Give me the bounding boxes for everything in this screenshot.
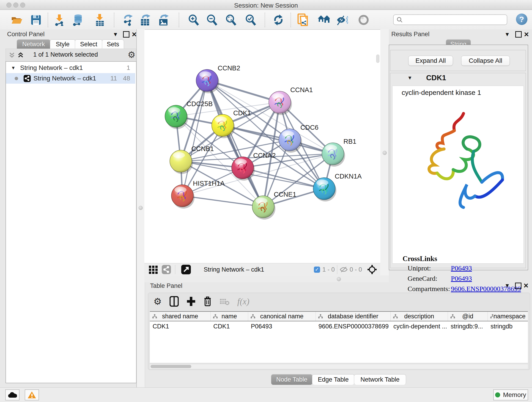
string-network-icon bbox=[24, 75, 31, 82]
collapse-all-button[interactable]: Collapse All bbox=[461, 56, 510, 66]
column-header[interactable]: canonical name bbox=[248, 312, 316, 321]
node-label: CCNA2 bbox=[253, 152, 276, 159]
search-input[interactable] bbox=[393, 14, 507, 25]
table-row[interactable]: CDK1CDK1P064939606.ENSP00000378699cyclin… bbox=[150, 321, 528, 332]
column-header[interactable]: database identifier bbox=[316, 312, 391, 321]
cloud-button[interactable] bbox=[5, 389, 19, 400]
tab-network-table[interactable]: Network Table bbox=[354, 374, 406, 385]
export-image-icon[interactable] bbox=[158, 14, 170, 26]
collapse-panel-icon[interactable]: ▼ bbox=[113, 31, 118, 38]
table-cell[interactable]: P06493 bbox=[248, 323, 316, 330]
collapse-panel-icon[interactable]: ▼ bbox=[505, 31, 510, 38]
open-session-icon[interactable] bbox=[11, 14, 23, 26]
column-header[interactable]: shared name bbox=[150, 312, 210, 321]
column-header[interactable]: @id bbox=[448, 312, 488, 321]
collapse-all-networks-icon[interactable] bbox=[9, 51, 15, 58]
node-label: CDKN1A bbox=[335, 172, 362, 180]
expand-all-networks-icon[interactable] bbox=[18, 51, 24, 58]
import-network-icon[interactable] bbox=[54, 14, 65, 26]
float-panel-icon[interactable] bbox=[515, 31, 522, 38]
collapse-panel-icon[interactable]: ▼ bbox=[505, 282, 510, 289]
birdseye-grid-icon[interactable] bbox=[148, 265, 158, 274]
homes-icon[interactable] bbox=[318, 14, 330, 26]
table-cell[interactable]: stringdb:9... bbox=[448, 323, 488, 330]
network-node-ccne1[interactable]: CCNE1 bbox=[252, 191, 296, 220]
splitter-handle-icon[interactable] bbox=[337, 277, 341, 281]
zoom-selected-icon[interactable] bbox=[245, 14, 257, 26]
export-table-icon[interactable] bbox=[139, 14, 152, 26]
snapshot-icon[interactable] bbox=[297, 14, 309, 26]
vertical-splitter-right[interactable] bbox=[380, 29, 389, 282]
network-node-cdk1[interactable]: CDK1 bbox=[212, 109, 251, 138]
column-header[interactable]: name bbox=[210, 312, 248, 321]
network-canvas[interactable]: CCNB2CCNA1CDC25BCDK1CDC6RB1CCNB1CCNA2CDK… bbox=[144, 30, 380, 263]
close-panel-icon[interactable]: ✕ bbox=[524, 31, 529, 38]
tab-sets[interactable]: Sets bbox=[102, 39, 124, 49]
crosslink-value-link[interactable]: P06493 bbox=[451, 274, 472, 282]
tree-expander-icon[interactable]: ▼ bbox=[11, 65, 16, 70]
export-network-icon[interactable] bbox=[122, 14, 134, 26]
network-view-title: String Network – cdk1 bbox=[204, 266, 264, 273]
float-panel-icon[interactable] bbox=[123, 31, 129, 38]
selected-checkbox-icon[interactable]: ✓ bbox=[314, 267, 320, 273]
tab-edge-table[interactable]: Edge Table bbox=[312, 374, 355, 385]
network-row-selected[interactable]: String Network – cdk1 11 48 bbox=[6, 73, 135, 84]
vertical-splitter-left[interactable] bbox=[136, 29, 145, 387]
refresh-icon[interactable] bbox=[272, 14, 284, 26]
float-panel-icon[interactable] bbox=[515, 283, 521, 289]
crosslink-value-link[interactable]: P06493 bbox=[451, 264, 472, 272]
tab-style[interactable]: Style bbox=[50, 39, 75, 49]
node-table[interactable]: shared namenamecanonical namedatabase id… bbox=[150, 311, 528, 363]
column-header[interactable]: description bbox=[391, 312, 448, 321]
splitter-handle-icon[interactable] bbox=[383, 151, 387, 155]
tab-node-table[interactable]: Node Table bbox=[271, 374, 312, 385]
gear-icon[interactable]: ⚙ bbox=[153, 296, 162, 307]
hide-unhide-icon[interactable] bbox=[336, 14, 348, 26]
table-cell[interactable]: 9606.ENSP00000378699 bbox=[316, 323, 391, 330]
help-icon[interactable]: ? bbox=[516, 13, 527, 25]
splitter-handle-icon[interactable] bbox=[139, 206, 143, 210]
table-hscrollbar[interactable] bbox=[150, 364, 528, 369]
add-column-icon[interactable] bbox=[186, 296, 196, 306]
share-network-icon[interactable] bbox=[162, 265, 171, 274]
columns-icon[interactable] bbox=[170, 296, 179, 307]
function-builder-icon[interactable]: f(x) bbox=[237, 296, 249, 306]
crosshair-icon[interactable] bbox=[367, 264, 377, 274]
expand-all-button[interactable]: Expand All bbox=[408, 56, 453, 66]
delete-table-icon[interactable] bbox=[220, 298, 230, 305]
network-edge[interactable] bbox=[182, 80, 207, 196]
network-node-hist1h1a[interactable]: HIST1H1A bbox=[171, 180, 225, 209]
table-hscrollbar-thumb[interactable] bbox=[151, 365, 191, 368]
network-node-rb1[interactable]: RB1 bbox=[322, 138, 356, 167]
zoom-fit-icon[interactable] bbox=[225, 14, 237, 26]
save-session-icon[interactable] bbox=[30, 14, 42, 26]
crosslink-value-link[interactable]: 9606.ENSP00000378699 bbox=[451, 285, 521, 293]
zoom-in-icon[interactable] bbox=[188, 14, 200, 26]
table-cell[interactable]: stringdb bbox=[488, 323, 528, 330]
crosslink-label: GeneCard: bbox=[408, 274, 437, 282]
tab-network[interactable]: Network bbox=[17, 39, 51, 49]
column-header[interactable]: namespace bbox=[488, 312, 528, 321]
network-edge[interactable] bbox=[207, 80, 263, 207]
network-node-cdkn1a[interactable]: CDKN1A bbox=[313, 172, 362, 201]
zoom-out-icon[interactable] bbox=[206, 14, 218, 26]
gear-icon[interactable]: ⚙ bbox=[128, 50, 135, 60]
control-panel: Control Panel ▼ ✕ Network Style Select S… bbox=[0, 29, 137, 387]
network-node-ccna1[interactable]: CCNA1 bbox=[269, 86, 313, 115]
memory-button[interactable]: Memory bbox=[493, 389, 528, 400]
table-cell[interactable]: CDK1 bbox=[150, 323, 210, 330]
table-cell[interactable]: cyclin-dependent ... bbox=[391, 323, 448, 330]
tab-select[interactable]: Select bbox=[75, 39, 102, 49]
import-database-icon[interactable] bbox=[72, 14, 84, 26]
table-cell[interactable]: CDK1 bbox=[210, 323, 248, 330]
close-panel-icon[interactable]: ✕ bbox=[523, 282, 529, 289]
section-expander-icon[interactable]: ▼ bbox=[407, 75, 412, 81]
highlight-icon[interactable] bbox=[358, 14, 370, 26]
close-panel-icon[interactable]: ✕ bbox=[132, 31, 137, 38]
network-collection-row[interactable]: ▼ String Network – cdk1 1 bbox=[6, 63, 135, 73]
import-table-icon[interactable] bbox=[94, 14, 106, 26]
open-in-window-icon[interactable] bbox=[181, 265, 191, 274]
delete-column-icon[interactable] bbox=[203, 296, 212, 307]
canvas-scrollbar-thumb[interactable] bbox=[376, 55, 380, 63]
warning-button[interactable] bbox=[25, 389, 39, 400]
